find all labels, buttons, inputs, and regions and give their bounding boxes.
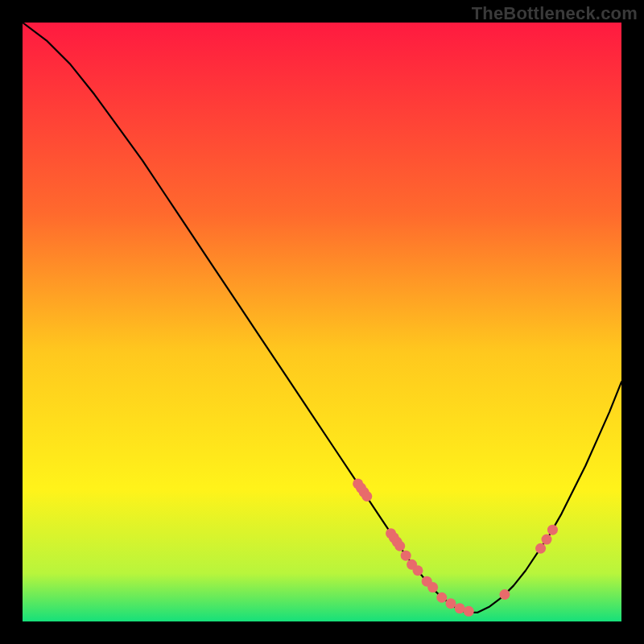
curve-marker	[413, 565, 423, 576]
chart-wrapper: TheBottleneck.com	[0, 0, 644, 644]
curve-marker	[455, 603, 465, 613]
curve-marker	[547, 525, 558, 535]
curve-marker	[542, 535, 552, 545]
watermark-text: TheBottleneck.com	[472, 3, 638, 24]
gradient-background	[23, 23, 621, 621]
plot-area	[23, 23, 621, 621]
bottleneck-curve-chart	[23, 23, 621, 621]
curve-marker	[445, 598, 456, 609]
curve-marker	[436, 592, 447, 603]
curve-marker	[535, 543, 546, 554]
curve-marker	[361, 491, 372, 502]
curve-marker	[401, 551, 411, 561]
curve-marker	[394, 541, 405, 551]
curve-marker	[427, 582, 438, 592]
curve-marker	[464, 606, 474, 617]
curve-marker	[499, 589, 510, 600]
